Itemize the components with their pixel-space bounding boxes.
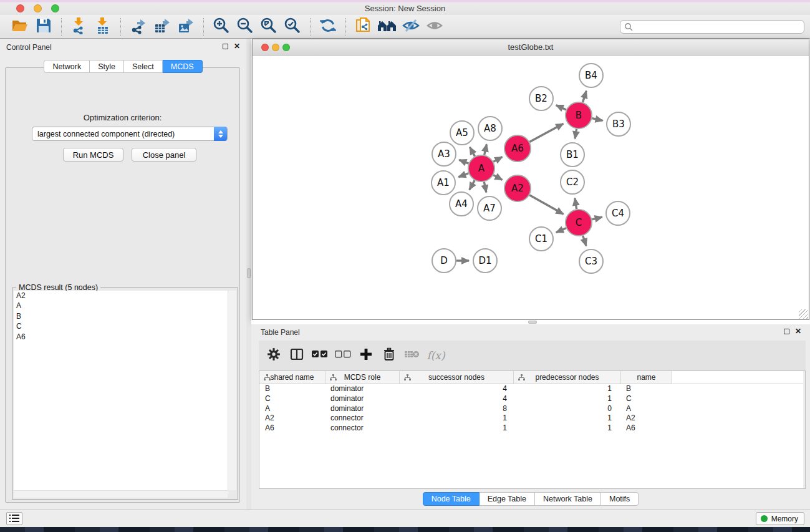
graph-edge-A6-B[interactable]	[529, 123, 563, 142]
graph-edge-B-B3[interactable]	[592, 118, 602, 121]
tab-edge-table[interactable]: Edge Table	[480, 492, 535, 506]
import-table-button[interactable]	[91, 16, 115, 37]
graph-node-D[interactable]: D	[432, 249, 456, 273]
graph-node-A2[interactable]: A2	[504, 175, 531, 201]
delete-column-button[interactable]	[380, 347, 398, 364]
delete-table-button[interactable]	[403, 347, 421, 364]
graph-node-C4[interactable]: C4	[606, 201, 630, 225]
close-panel-icon[interactable]: ✕	[234, 43, 240, 49]
graph-node-A6[interactable]: A6	[504, 135, 531, 162]
table-split-divider[interactable]	[251, 320, 810, 324]
panel-split-divider[interactable]	[246, 39, 251, 510]
show-columns-button[interactable]	[288, 347, 306, 364]
graph-node-A1[interactable]: A1	[432, 171, 455, 195]
run-mcds-button[interactable]: Run MCDS	[63, 148, 123, 162]
result-item[interactable]: C	[14, 321, 228, 331]
graph-edge-C-C1[interactable]	[556, 228, 566, 233]
table-row[interactable]: Cdominator41C	[259, 394, 805, 404]
function-builder-button[interactable]: f(x)	[427, 347, 444, 364]
result-horizontal-scrollbar[interactable]	[14, 490, 228, 498]
result-item[interactable]: B	[14, 311, 228, 321]
result-item[interactable]: A6	[14, 332, 228, 342]
graph-edge-A-A7[interactable]	[484, 182, 486, 193]
graph-edge-A-A1[interactable]	[458, 173, 468, 177]
column-header-MCDS-role[interactable]: MCDS role	[325, 371, 400, 384]
graph-node-A5[interactable]: A5	[450, 121, 474, 145]
graph-edge-A-A3[interactable]	[459, 160, 468, 163]
table-scrollbar[interactable]	[803, 371, 805, 488]
graph-edge-A2-C[interactable]	[529, 195, 563, 215]
graph-edge-A-A4[interactable]	[470, 180, 475, 190]
graph-edge-C-C2[interactable]	[575, 198, 577, 210]
memory-button[interactable]: Memory	[756, 512, 804, 525]
zoom-out-button[interactable]	[233, 16, 257, 37]
network-window-titlebar[interactable]: testGlobe.txt	[253, 39, 809, 56]
result-vertical-scrollbar[interactable]	[228, 291, 236, 490]
split-handle[interactable]	[247, 268, 251, 278]
network-canvas[interactable]: B4B2BB3A8A5A6A3B1AA1C2A2A4A7C4CC1DD1C3	[253, 56, 809, 319]
graph-node-B1[interactable]: B1	[561, 143, 584, 167]
close-window-button[interactable]	[16, 4, 24, 12]
tab-network[interactable]: Network	[44, 60, 90, 73]
graph-edge-A-A8[interactable]	[485, 144, 487, 155]
graph-edge-C-C4[interactable]	[592, 217, 602, 220]
graph-node-B[interactable]: B	[566, 102, 592, 128]
column-header-successor-nodes[interactable]: successor nodes	[400, 371, 514, 384]
create-column-button[interactable]	[357, 347, 375, 364]
graph-edge-B-B2[interactable]	[556, 105, 566, 110]
graph-node-C[interactable]: C	[566, 210, 592, 236]
float-panel-icon[interactable]	[784, 329, 789, 334]
net-close-button[interactable]	[261, 44, 269, 51]
search-input[interactable]	[620, 20, 804, 34]
column-header-shared-name[interactable]: shared name	[259, 371, 325, 384]
graph-node-A3[interactable]: A3	[432, 142, 456, 166]
deselect-all-button[interactable]	[334, 347, 352, 364]
close-panel-button[interactable]: Close panel	[132, 148, 196, 162]
graph-edge-B-B4[interactable]	[583, 91, 587, 102]
table-row[interactable]: Adominator80A	[259, 404, 805, 414]
minimize-window-button[interactable]	[34, 4, 42, 12]
tab-network-table[interactable]: Network Table	[535, 492, 601, 506]
table-options-button[interactable]	[265, 347, 282, 364]
graph-edge-A-A6[interactable]	[493, 157, 502, 162]
graphics-details-button[interactable]	[423, 16, 446, 37]
duplicate-network-button[interactable]	[352, 16, 375, 37]
table-row[interactable]: Bdominator41B	[259, 384, 805, 394]
export-image-button[interactable]	[174, 16, 198, 37]
mcds-result-list[interactable]: A2ABCA6	[14, 291, 228, 490]
tab-node-table[interactable]: Node Table	[423, 492, 480, 506]
fit-content-button[interactable]	[257, 16, 281, 37]
table-row[interactable]: A6connector11A6	[259, 423, 805, 433]
graph-node-C2[interactable]: C2	[561, 170, 584, 194]
graph-edge-C-C3[interactable]	[583, 236, 586, 246]
tab-select[interactable]: Select	[124, 60, 163, 73]
graph-edge-A-A5[interactable]	[470, 147, 475, 157]
graph-node-B4[interactable]: B4	[579, 64, 603, 87]
result-item[interactable]: A2	[14, 291, 228, 301]
graph-node-A4[interactable]: A4	[450, 192, 473, 216]
graph-node-B3[interactable]: B3	[607, 112, 630, 136]
window-resize-grip[interactable]	[799, 309, 808, 319]
graph-node-A7[interactable]: A7	[478, 196, 501, 220]
graph-node-A8[interactable]: A8	[478, 117, 502, 140]
zoom-window-button[interactable]	[51, 4, 59, 12]
tab-mcds[interactable]: MCDS	[163, 60, 203, 73]
open-session-button[interactable]	[8, 16, 32, 37]
zoom-selected-button[interactable]	[281, 16, 304, 37]
zoom-in-button[interactable]	[210, 16, 233, 37]
graph-node-C3[interactable]: C3	[579, 249, 603, 273]
graph-node-B2[interactable]: B2	[529, 87, 553, 110]
split-handle[interactable]	[528, 321, 537, 324]
import-network-button[interactable]	[67, 16, 91, 37]
column-header-name[interactable]: name	[621, 371, 672, 384]
apply-layout-button[interactable]	[316, 16, 340, 37]
save-session-button[interactable]	[32, 16, 55, 37]
close-panel-icon[interactable]: ✕	[795, 328, 801, 334]
export-network-button[interactable]	[127, 16, 150, 37]
result-item[interactable]: A	[14, 301, 228, 311]
export-table-button[interactable]	[150, 16, 174, 37]
task-history-button[interactable]	[6, 512, 22, 525]
column-header-predecessor-nodes[interactable]: predecessor nodes	[514, 371, 621, 384]
select-all-button[interactable]	[311, 347, 329, 364]
optimization-criterion-select[interactable]: largest connected component (directed)	[32, 127, 228, 141]
